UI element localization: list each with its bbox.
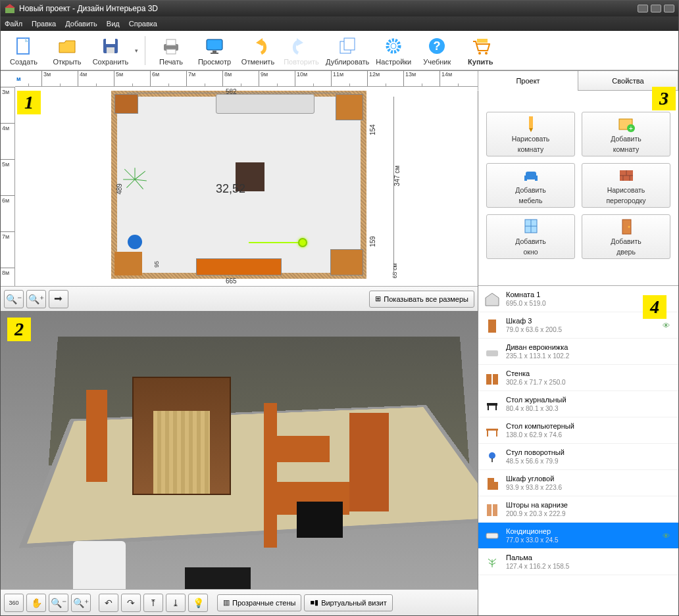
visibility-icon[interactable]: 👁 — [663, 532, 673, 540]
tab-project[interactable]: Проект — [478, 70, 578, 91]
draw-partition-button[interactable]: Нарисоватьперегородку — [582, 163, 670, 208]
zoom-out-3d-button[interactable]: 🔍⁻ — [49, 594, 68, 612]
duplicate-button[interactable]: Дублировать — [326, 33, 369, 68]
section-header-2 — [478, 268, 678, 285]
object-item[interactable]: Стол журнальный 80.4 x 80.1 x 30.3 — [478, 391, 678, 417]
show-dims-button[interactable]: ⊞Показывать все размеры — [369, 291, 474, 308]
tilt-down-button[interactable]: ⤓ — [166, 594, 186, 612]
buy-button[interactable]: Купить — [461, 33, 499, 68]
action-grid: Нарисоватькомнату +Добавитькомнату Добав… — [478, 108, 678, 268]
redo-button[interactable]: Повторить — [282, 33, 320, 68]
cart-icon — [470, 36, 491, 57]
view-3d-pane[interactable]: 2 360 ✋ 🔍⁻ 🔍⁺ ↶ ↷ ⤒ ⤓ 💡 ▥Прозрачные стен… — [1, 311, 478, 615]
object-item[interactable]: Диван еврокнижка 235.1 x 113.1 x 102.2 — [478, 339, 678, 365]
svg-rect-47 — [487, 403, 497, 406]
room-shape[interactable]: 32,52 — [117, 97, 361, 273]
svg-rect-6 — [107, 47, 114, 53]
furniture-sofa-bottom[interactable] — [196, 258, 282, 275]
object-item[interactable]: Стол компьютерный 138.0 x 62.9 x 74.6 — [478, 417, 678, 444]
curtain-icon — [484, 501, 501, 518]
svg-rect-11 — [213, 51, 216, 53]
minimize-button[interactable] — [638, 5, 648, 12]
visibility-icon[interactable]: 👁 — [663, 321, 673, 329]
close-button[interactable] — [664, 5, 674, 12]
tilt-up-button[interactable]: ⤒ — [143, 594, 163, 612]
settings-button[interactable]: Настройки — [374, 33, 413, 68]
ruler-vertical: 3м4м 5м6м 7м8м — [1, 87, 15, 286]
object-name: Пальма — [506, 553, 657, 562]
home-button[interactable]: ⮕ — [49, 290, 68, 308]
object-dims: 302.6 x 71.7 x 250.0 — [506, 378, 657, 387]
selection-handle[interactable] — [298, 238, 307, 247]
zoom-out-icon: 🔍⁻ — [51, 598, 66, 608]
open-button[interactable]: Открыть — [48, 33, 86, 68]
callout-3: 3 — [652, 87, 676, 110]
furniture-desk-left[interactable] — [114, 252, 142, 275]
svg-rect-49 — [495, 406, 497, 410]
print-icon — [161, 36, 182, 57]
light-button[interactable]: 💡 — [188, 594, 208, 612]
svg-rect-24 — [529, 116, 533, 128]
menu-view[interactable]: Вид — [107, 20, 120, 28]
undo-button[interactable]: Отменить — [239, 33, 277, 68]
plan-2d-pane[interactable]: м 3м4м 5м6м 7м8м 9м10м 11м12м 13м14м 3м4… — [1, 71, 478, 311]
zoom-in-3d-button[interactable]: 🔍⁺ — [71, 594, 91, 612]
zoom-out-button[interactable]: 🔍⁻ — [4, 290, 24, 308]
transparent-walls-button[interactable]: ▥Прозрачные стены — [217, 594, 301, 611]
help-button[interactable]: ?Учебник — [418, 33, 456, 68]
add-door-button[interactable]: Добавитьдверь — [582, 214, 670, 259]
furniture-sofa-top[interactable] — [216, 94, 314, 114]
chair-icon — [484, 448, 501, 465]
furniture-desk-right[interactable] — [330, 249, 363, 275]
furniture-plant[interactable] — [121, 166, 149, 193]
door-icon — [617, 217, 636, 235]
add-room-button[interactable]: +Добавитькомнату — [582, 112, 670, 156]
object-item[interactable]: Стул поворотный 48.5 x 56.6 x 79.9 — [478, 444, 678, 470]
window-title: Новый проект - Дизайн Интерьера 3D — [19, 4, 158, 13]
armchair-icon — [522, 166, 540, 184]
virtual-visit-button[interactable]: ■▮Виртуальный визит — [304, 594, 392, 611]
rotate-360-button[interactable]: 360 — [4, 594, 24, 612]
svg-rect-29 — [526, 172, 536, 179]
object-item[interactable]: Шкаф угловой 93.9 x 93.8 x 223.6 — [478, 470, 678, 496]
furniture-wardrobe[interactable] — [114, 94, 138, 114]
furniture-chair[interactable] — [128, 235, 142, 249]
object-list[interactable]: 4 Комната 1 695.0 x 519.0 Шкаф 3 79.0 x … — [478, 285, 678, 615]
zoom-in-button[interactable]: 🔍⁺ — [26, 290, 46, 308]
object-item[interactable]: Шторы на карнизе 200.9 x 20.3 x 222.9 — [478, 496, 678, 523]
svg-rect-31 — [535, 176, 538, 181]
add-furniture-button[interactable]: Добавитьмебель — [486, 163, 575, 208]
pan-button[interactable]: ✋ — [26, 594, 46, 612]
menu-file[interactable]: Файл — [5, 20, 22, 28]
svg-rect-12 — [211, 53, 218, 54]
menu-add[interactable]: Добавить — [65, 20, 97, 28]
dim-right: 347 см — [393, 166, 401, 186]
object-item[interactable]: Стенка 302.6 x 71.7 x 250.0 — [478, 365, 678, 391]
svg-rect-23 — [477, 39, 488, 43]
object-item[interactable]: Кондиционер 77.0 x 33.0 x 24.5 👁 — [478, 523, 678, 549]
save-button[interactable]: Сохранить — [91, 33, 130, 68]
menu-help[interactable]: Справка — [129, 20, 157, 28]
svg-point-18 — [391, 43, 396, 49]
object-name: Стол журнальный — [506, 395, 657, 404]
svg-marker-42 — [486, 293, 499, 306]
create-button[interactable]: Создать — [5, 33, 43, 68]
rotate-right-button[interactable]: ↷ — [121, 594, 141, 612]
object-name: Комната 1 — [506, 290, 657, 299]
furniture-corner-wardrobe[interactable] — [336, 94, 363, 120]
grid-icon: ⊞ — [375, 295, 381, 303]
object-item[interactable]: Пальма 127.4 x 116.2 x 158.5 — [478, 549, 678, 575]
menu-edit[interactable]: Правка — [32, 20, 56, 28]
add-window-button[interactable]: Добавитьокно — [486, 214, 575, 259]
svg-rect-16 — [344, 38, 355, 50]
plan-toolbar: 🔍⁻ 🔍⁺ ⮕ ⊞Показывать все размеры — [1, 286, 478, 311]
svg-rect-50 — [486, 429, 498, 431]
dim-rsmall: 154 — [369, 124, 376, 135]
draw-room-button[interactable]: Нарисоватькомнату — [486, 112, 575, 156]
maximize-button[interactable] — [651, 5, 661, 12]
rotate-left-button[interactable]: ↶ — [99, 594, 118, 612]
svg-rect-10 — [207, 39, 222, 50]
preview-button[interactable]: Просмотр — [195, 33, 234, 68]
print-button[interactable]: Печать — [152, 33, 190, 68]
save-dropdown-icon[interactable]: ▾ — [135, 47, 138, 54]
